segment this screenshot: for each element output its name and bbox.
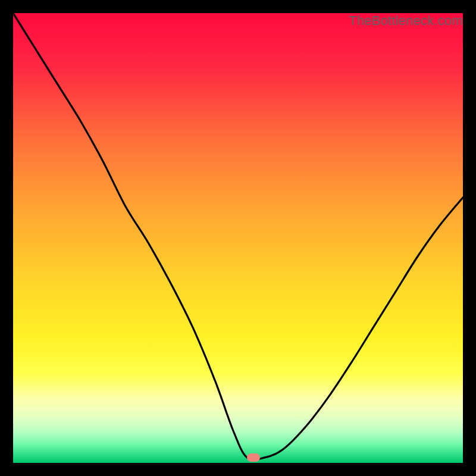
optimal-point-marker bbox=[247, 453, 260, 462]
chart-frame: TheBottleneck.com bbox=[0, 0, 476, 476]
plot-area bbox=[13, 13, 463, 463]
watermark-label: TheBottleneck.com bbox=[349, 13, 463, 29]
curve-layer bbox=[13, 13, 463, 463]
bottleneck-curve bbox=[13, 13, 463, 460]
